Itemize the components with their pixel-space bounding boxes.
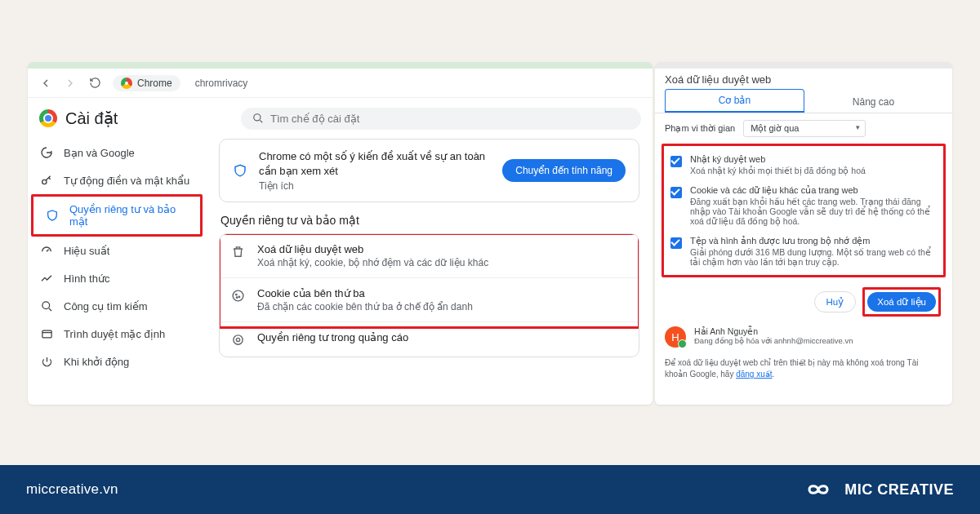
sidebar-item-you-google[interactable]: Bạn và Google xyxy=(28,139,206,166)
sidebar: Bạn và Google Tự động điền và mật khẩu Q… xyxy=(28,134,206,405)
brand-name: MIC CREATIVE xyxy=(844,481,954,498)
checkbox-checked[interactable] xyxy=(670,156,682,167)
cancel-button[interactable]: Huỷ xyxy=(814,291,857,312)
infinity-icon xyxy=(800,480,836,499)
power-icon xyxy=(39,354,54,369)
avatar: H xyxy=(665,326,686,348)
tab-strip xyxy=(28,62,653,69)
brand-logo: MIC CREATIVE xyxy=(800,480,954,499)
row-subtitle: Đã chặn các cookie bên thứ ba ở chế độ ẩ… xyxy=(257,301,473,312)
sidebar-item-privacy[interactable]: Quyền riêng tư và bảo mật xyxy=(33,197,200,234)
svg-point-5 xyxy=(236,295,237,295)
sidebar-item-search[interactable]: Công cụ tìm kiếm xyxy=(28,292,206,320)
browser-icon xyxy=(39,326,54,341)
safety-notice: Chrome có một số ý kiến đề xuất về sự an… xyxy=(219,139,639,202)
checkbox-checked[interactable] xyxy=(670,187,682,198)
sidebar-item-label: Hiệu suất xyxy=(64,245,109,257)
row-subtitle: Xoá nhật ký, cookie, bộ nhớ đệm và các d… xyxy=(257,257,488,268)
sidebar-item-default-browser[interactable]: Trình duyệt mặc định xyxy=(28,320,206,348)
svg-point-7 xyxy=(236,297,237,298)
sidebar-item-label: Quyền riêng tư và bảo mật xyxy=(69,203,189,228)
tab-basic[interactable]: Cơ bản xyxy=(665,89,804,113)
dialog-topbar xyxy=(655,62,952,69)
shield-icon xyxy=(45,208,60,223)
chrome-icon xyxy=(121,78,132,89)
dialog-note: Để xoá dữ liệu duyệt web chỉ trên thiết … xyxy=(655,354,952,380)
svg-point-9 xyxy=(234,335,243,344)
brand-domain: miccreative.vn xyxy=(26,481,118,498)
highlight-confirm: Xoá dữ liệu xyxy=(862,287,941,317)
checkbox-checked[interactable] xyxy=(670,237,682,249)
search-settings[interactable] xyxy=(241,108,641,130)
section-title: Quyền riêng tư và bảo mật xyxy=(220,214,639,227)
option-sub: Giải phóng dưới 316 MB dung lượng. Một s… xyxy=(690,247,937,267)
search-icon xyxy=(252,113,264,124)
privacy-list: Xoá dữ liệu duyệt web Xoá nhật ký, cooki… xyxy=(219,233,639,357)
shield-icon xyxy=(233,163,247,178)
page-title: Cài đặt xyxy=(65,109,118,128)
chrome-chip-label: Chrome xyxy=(137,78,172,89)
signout-link[interactable]: đăng xuất xyxy=(736,370,772,379)
cookie-icon xyxy=(231,289,246,304)
brand-footer: miccreative.vn MIC CREATIVE xyxy=(0,465,980,514)
row-clear-browsing-data[interactable]: Xoá dữ liệu duyệt web Xoá nhật ký, cooki… xyxy=(220,234,639,277)
sidebar-item-autofill[interactable]: Tự động điền và mật khẩu xyxy=(28,166,206,194)
user-sync-status: Đang đồng bộ hóa với anhnh@miccreative.v… xyxy=(694,336,853,345)
user-name: Hải Anh Nguyễn xyxy=(694,326,853,336)
sidebar-item-label: Tự động điền và mật khẩu xyxy=(64,175,189,187)
ads-icon xyxy=(231,333,246,348)
appearance-icon xyxy=(39,271,54,286)
clear-data-dialog: Xoá dữ liệu duyệt web Cơ bản Nâng cao Ph… xyxy=(655,62,952,405)
sidebar-item-label: Trình duyệt mặc định xyxy=(64,328,165,340)
range-select[interactable]: Một giờ qua xyxy=(743,120,866,137)
highlight-privacy: Quyền riêng tư và bảo mật xyxy=(31,194,203,237)
sidebar-item-label: Hình thức xyxy=(64,273,109,285)
dialog-actions: Huỷ Xoá dữ liệu xyxy=(655,277,952,321)
forward-icon[interactable] xyxy=(64,77,77,90)
dialog-user-row: H Hải Anh Nguyễn Đang đồng bộ hóa với an… xyxy=(655,321,952,354)
sidebar-item-appearance[interactable]: Hình thức xyxy=(28,264,206,292)
address-bar-text[interactable]: chromrivacy xyxy=(195,78,641,89)
clear-data-button[interactable]: Xoá dữ liệu xyxy=(867,292,936,312)
option-sub: Đăng xuất bạn khỏi hầu hết các trang web… xyxy=(690,197,937,226)
option-title: Nhật ký duyệt web xyxy=(690,154,866,165)
tab-advanced[interactable]: Nâng cao xyxy=(804,91,942,113)
back-icon[interactable] xyxy=(39,77,52,90)
option-title: Tệp và hình ảnh được lưu trong bộ nhớ đệ… xyxy=(690,236,937,246)
sidebar-item-label: Bạn và Google xyxy=(64,147,135,159)
google-g-icon xyxy=(39,145,54,160)
trash-icon xyxy=(231,245,246,259)
sidebar-item-performance[interactable]: Hiệu suất xyxy=(28,237,206,264)
svg-point-4 xyxy=(233,291,243,302)
content-area: Chrome có một số ý kiến đề xuất về sự an… xyxy=(206,134,653,405)
settings-window: Chrome chromrivacy Cài đặt Bạn và Google… xyxy=(28,62,653,405)
row-title: Quyền riêng tư trong quảng cáo xyxy=(257,331,408,343)
chrome-logo-icon xyxy=(39,109,57,127)
row-third-party-cookies[interactable]: Cookie của bên thứ ba Đã chặn các cookie… xyxy=(220,277,639,321)
notice-subtitle: Tiện ích xyxy=(259,180,491,192)
sidebar-item-label: Công cụ tìm kiếm xyxy=(64,300,148,312)
option-cache[interactable]: Tệp và hình ảnh được lưu trong bộ nhớ đệ… xyxy=(667,231,940,272)
chrome-chip: Chrome xyxy=(113,75,180,91)
range-label: Phạm vi thời gian xyxy=(665,123,735,134)
row-title: Xoá dữ liệu duyệt web xyxy=(257,243,488,255)
search-icon xyxy=(39,299,54,313)
sidebar-item-label: Khi khởi động xyxy=(64,356,129,368)
dialog-title: Xoá dữ liệu duyệt web xyxy=(655,69,952,89)
time-range-row: Phạm vi thời gian Một giờ qua xyxy=(655,113,952,144)
option-cookies[interactable]: Cookie và các dữ liệu khác của trang web… xyxy=(667,180,940,231)
sidebar-item-startup[interactable]: Khi khởi động xyxy=(28,348,206,375)
row-ad-privacy[interactable]: Quyền riêng tư trong quảng cáo xyxy=(220,321,639,357)
toolbar: Chrome chromrivacy xyxy=(28,69,653,98)
settings-header: Cài đặt xyxy=(28,98,653,134)
row-title: Cookie của bên thứ ba xyxy=(257,287,473,299)
svg-point-0 xyxy=(254,114,261,121)
search-input[interactable] xyxy=(270,113,630,125)
go-to-feature-button[interactable]: Chuyển đến tính năng xyxy=(502,159,626,182)
option-history[interactable]: Nhật ký duyệt web Xoá nhật ký khỏi mọi t… xyxy=(667,149,940,180)
key-icon xyxy=(39,173,54,188)
svg-rect-3 xyxy=(42,330,51,338)
speedometer-icon xyxy=(39,243,54,258)
svg-point-2 xyxy=(42,301,49,308)
reload-icon[interactable] xyxy=(88,77,101,90)
